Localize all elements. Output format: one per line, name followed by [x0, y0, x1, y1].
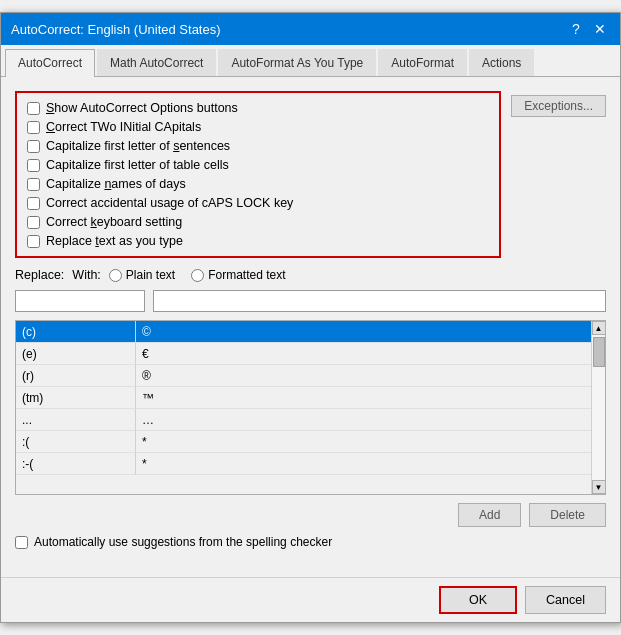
title-bar-buttons: ? ✕	[566, 19, 610, 39]
table-cell-value: ™	[136, 387, 605, 409]
replace-input[interactable]	[15, 290, 145, 312]
tab-actions[interactable]: Actions	[469, 49, 534, 76]
checkbox-capitalize-days[interactable]	[27, 178, 40, 191]
delete-button[interactable]: Delete	[529, 503, 606, 527]
table-scroll[interactable]: (c) © (e) € (r) ® (tm) ™	[16, 321, 605, 494]
table-row[interactable]: (c) ©	[16, 321, 605, 343]
checkbox-capitalize-days-label: Capitalize names of days	[46, 177, 186, 191]
title-bar: AutoCorrect: English (United States) ? ✕	[1, 13, 620, 45]
checkbox-caps-lock[interactable]	[27, 197, 40, 210]
with-label: With:	[72, 268, 100, 282]
table-cell-key: :-(	[16, 453, 136, 475]
table-cell-key: (e)	[16, 343, 136, 365]
table-cell-key: (tm)	[16, 387, 136, 409]
scrollbar-track[interactable]: ▲ ▼	[591, 321, 605, 494]
checkbox-item-capitalize-sentences: Capitalize first letter of sentences	[27, 139, 489, 153]
radio-plain-text-input[interactable]	[109, 269, 122, 282]
checkbox-capitalize-sentences[interactable]	[27, 140, 40, 153]
autocorrect-table: (c) © (e) € (r) ® (tm) ™	[16, 321, 605, 475]
help-button[interactable]: ?	[566, 19, 586, 39]
autocorrect-table-container: (c) © (e) € (r) ® (tm) ™	[15, 320, 606, 495]
table-cell-value: *	[136, 453, 605, 475]
table-row[interactable]: (tm) ™	[16, 387, 605, 409]
checkbox-correct-two-label: Correct TWo INitial CApitals	[46, 120, 201, 134]
table-cell-value: ®	[136, 365, 605, 387]
radio-formatted-text: Formatted text	[191, 268, 285, 282]
table-cell-key: :(	[16, 431, 136, 453]
checkbox-keyboard[interactable]	[27, 216, 40, 229]
checkbox-show-autocorrect-label: Show AutoCorrect Options buttons	[46, 101, 238, 115]
table-cell-key: (c)	[16, 321, 136, 343]
spelling-label: Automatically use suggestions from the s…	[34, 535, 332, 549]
tab-math-autocorrect[interactable]: Math AutoCorrect	[97, 49, 216, 76]
exceptions-section: Exceptions...	[511, 91, 606, 117]
radio-formatted-text-input[interactable]	[191, 269, 204, 282]
checkbox-item-correct-two: Correct TWo INitial CApitals	[27, 120, 489, 134]
checkbox-replace-text-label: Replace text as you type	[46, 234, 183, 248]
table-row[interactable]: (e) €	[16, 343, 605, 365]
ok-button[interactable]: OK	[439, 586, 517, 614]
checkbox-keyboard-label: Correct keyboard setting	[46, 215, 182, 229]
cancel-button[interactable]: Cancel	[525, 586, 606, 614]
content-area: Show AutoCorrect Options buttons Correct…	[1, 77, 620, 577]
checkbox-replace-text[interactable]	[27, 235, 40, 248]
checkbox-capitalize-table-label: Capitalize first letter of table cells	[46, 158, 229, 172]
checkbox-group: Show AutoCorrect Options buttons Correct…	[15, 91, 501, 258]
table-row[interactable]: ... …	[16, 409, 605, 431]
add-button[interactable]: Add	[458, 503, 521, 527]
exceptions-button[interactable]: Exceptions...	[511, 95, 606, 117]
checkbox-item-keyboard: Correct keyboard setting	[27, 215, 489, 229]
radio-plain-text-label: Plain text	[126, 268, 175, 282]
checkbox-show-autocorrect[interactable]	[27, 102, 40, 115]
checkbox-item-replace-text: Replace text as you type	[27, 234, 489, 248]
close-button[interactable]: ✕	[590, 19, 610, 39]
radio-formatted-text-label: Formatted text	[208, 268, 285, 282]
radio-plain-text: Plain text	[109, 268, 175, 282]
replace-inputs	[15, 290, 606, 312]
table-cell-value: …	[136, 409, 605, 431]
scroll-up-arrow[interactable]: ▲	[592, 321, 606, 335]
top-section: Show AutoCorrect Options buttons Correct…	[15, 91, 606, 268]
checkbox-caps-lock-label: Correct accidental usage of cAPS LOCK ke…	[46, 196, 293, 210]
table-cell-value: ©	[136, 321, 605, 343]
table-cell-value: *	[136, 431, 605, 453]
with-input[interactable]	[153, 290, 606, 312]
dialog: AutoCorrect: English (United States) ? ✕…	[0, 12, 621, 623]
table-row[interactable]: :-( *	[16, 453, 605, 475]
tab-bar: AutoCorrect Math AutoCorrect AutoFormat …	[1, 45, 620, 77]
tab-autoformat-as-you-type[interactable]: AutoFormat As You Type	[218, 49, 376, 76]
checkbox-item-show-autocorrect: Show AutoCorrect Options buttons	[27, 101, 489, 115]
replace-row: Replace: With: Plain text Formatted text	[15, 268, 606, 282]
replace-label: Replace:	[15, 268, 64, 282]
table-row[interactable]: :( *	[16, 431, 605, 453]
spelling-row: Automatically use suggestions from the s…	[15, 535, 606, 549]
checkbox-item-capitalize-days: Capitalize names of days	[27, 177, 489, 191]
table-cell-key: ...	[16, 409, 136, 431]
checkbox-item-caps-lock: Correct accidental usage of cAPS LOCK ke…	[27, 196, 489, 210]
checkbox-correct-two[interactable]	[27, 121, 40, 134]
checkbox-capitalize-sentences-label: Capitalize first letter of sentences	[46, 139, 230, 153]
dialog-title: AutoCorrect: English (United States)	[11, 22, 221, 37]
tab-autoformat[interactable]: AutoFormat	[378, 49, 467, 76]
table-cell-value: €	[136, 343, 605, 365]
tab-autocorrect[interactable]: AutoCorrect	[5, 49, 95, 77]
scroll-thumb[interactable]	[593, 337, 605, 367]
scroll-down-arrow[interactable]: ▼	[592, 480, 606, 494]
bottom-buttons: OK Cancel	[1, 577, 620, 622]
table-cell-key: (r)	[16, 365, 136, 387]
checkbox-capitalize-table[interactable]	[27, 159, 40, 172]
action-buttons: Add Delete	[15, 503, 606, 527]
table-row[interactable]: (r) ®	[16, 365, 605, 387]
spelling-checkbox[interactable]	[15, 536, 28, 549]
checkbox-item-capitalize-table: Capitalize first letter of table cells	[27, 158, 489, 172]
